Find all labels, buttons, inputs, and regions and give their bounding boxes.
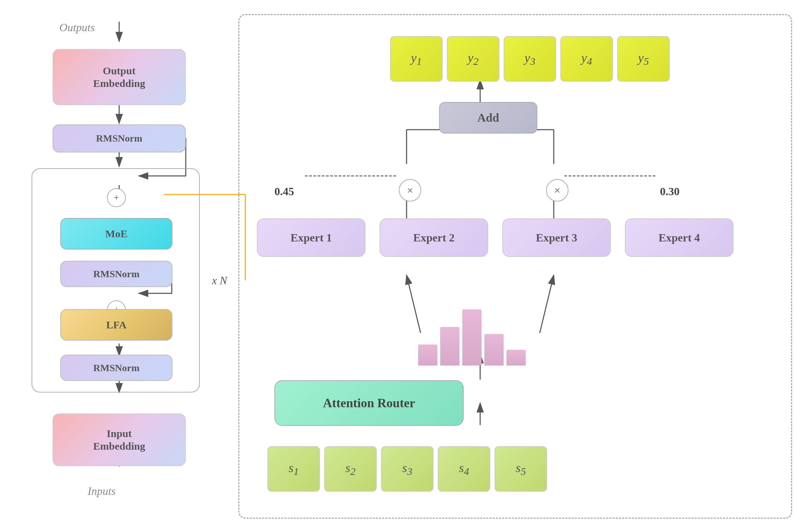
input-embedding-box: Input Embedding [53, 414, 186, 466]
expert-2-box: Expert 2 [380, 218, 488, 257]
lfa-box: LFA [60, 309, 172, 341]
expert-3-box: Expert 3 [502, 218, 611, 257]
bar-2 [440, 327, 459, 366]
weight-label-right: 0.30 [660, 185, 680, 198]
rmsnorm-top-box: RMSNorm [53, 124, 186, 152]
output-token-row: y1 y2 y3 y4 y5 [390, 36, 670, 82]
output-embedding-box: Output Embedding [53, 49, 186, 105]
rmsnorm-mid-box: RMSNorm [60, 261, 172, 287]
right-detail-panel: y1 y2 y3 y4 y5 Add × × [238, 14, 792, 519]
add-box: Add [439, 102, 537, 134]
plus-circle-top: + [107, 188, 126, 207]
moe-box: MoE [60, 218, 172, 250]
expert-4-box: Expert 4 [625, 218, 734, 257]
outputs-label: Outputs [59, 21, 95, 34]
softmax-bar-chart [418, 309, 526, 366]
token-y2: y2 [447, 36, 499, 82]
token-s2: s2 [324, 446, 377, 492]
token-y4: y4 [560, 36, 613, 82]
token-s3: s3 [381, 446, 434, 492]
experts-row: Expert 1 Expert 2 Expert 3 Expert 4 [257, 218, 734, 257]
token-y1: y1 [390, 36, 443, 82]
bar-3 [462, 309, 482, 366]
multiply-circle-right: × [546, 179, 568, 202]
token-s1: s1 [267, 446, 320, 492]
inputs-label: Inputs [88, 485, 116, 498]
main-diagram: { "left": { "outputs_label": "Outputs", … [0, 0, 804, 532]
token-s4: s4 [438, 446, 490, 492]
token-s5: s5 [495, 446, 547, 492]
expert-1-box: Expert 1 [257, 218, 366, 257]
bar-5 [506, 350, 526, 366]
attention-router-box: Attention Router [274, 380, 464, 426]
rmsnorm-bot-box: RMSNorm [60, 355, 172, 381]
n-block: + MoE RMSNorm + LFA RMSNorm x [32, 168, 200, 393]
n-label: x N [212, 274, 227, 287]
left-architecture-panel: Outputs Output Embedding RMSNorm + MoE R… [21, 21, 217, 505]
input-token-row: s1 s2 s3 s4 s5 [267, 446, 547, 492]
bar-4 [484, 334, 504, 366]
token-y3: y3 [504, 36, 556, 82]
weight-label-left: 0.45 [274, 185, 294, 198]
token-y5: y5 [617, 36, 670, 82]
bar-1 [418, 345, 437, 366]
multiply-circle-left: × [399, 179, 421, 202]
